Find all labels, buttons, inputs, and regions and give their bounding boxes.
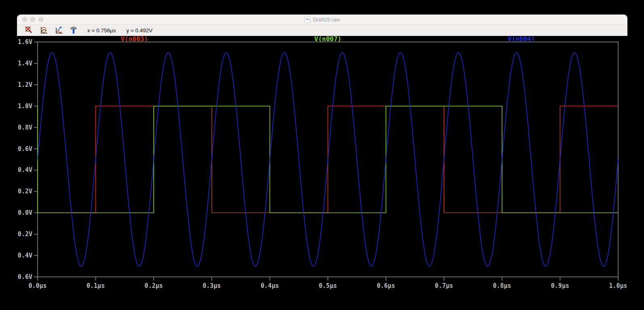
x-tick-label: 0.4µs — [261, 282, 279, 289]
trace-label-V(n004)[interactable]: V(n004) — [508, 36, 535, 43]
window-title: Draft29.raw — [312, 17, 340, 23]
titlebar: PS Draft29.raw — [17, 15, 627, 25]
autorange-icon — [54, 25, 63, 35]
x-tick-label: 0.8µs — [493, 282, 511, 289]
y-tick-label: 0.2V — [18, 188, 32, 195]
zoom-fit-button[interactable] — [38, 25, 49, 35]
desktop-background: { "window": { "title": "Draft29.raw", "p… — [0, 0, 644, 310]
x-tick-label: 0.0µs — [28, 282, 46, 289]
x-tick-label: 0.3µs — [203, 282, 221, 289]
title-group: PS Draft29.raw — [304, 16, 340, 23]
traffic-lights — [22, 17, 43, 22]
zoom-back-button[interactable] — [23, 25, 34, 35]
y-tick-label: 1.6V — [18, 38, 32, 46]
y-tick-label: 0.8V — [18, 124, 32, 131]
trace-label-V(n003)[interactable]: V(n003) — [121, 36, 148, 43]
close-button[interactable] — [22, 17, 27, 22]
x-tick-label: 0.5µs — [319, 282, 337, 289]
y-tick-label: 1.4V — [18, 60, 32, 67]
x-tick-label: 0.7µs — [435, 282, 453, 289]
zoom-back-icon — [24, 25, 34, 35]
cursor-y-readout: y = 0.492V — [126, 27, 152, 34]
document-proxy-icon: PS — [304, 16, 310, 23]
trace-V(n004) — [38, 53, 618, 266]
waveform-plot-canvas[interactable]: 1.6V1.4V1.2V1.0V0.8V0.6V0.4V0.2V0.0V-0.2… — [17, 36, 627, 300]
cursor-x-readout: x = 0.756µs — [87, 27, 116, 34]
hammer-icon — [69, 25, 78, 35]
waveform-viewer-window: PS Draft29.raw — [17, 15, 627, 300]
x-tick-label: 0.6µs — [377, 282, 395, 289]
toolbar: x = 0.756µs y = 0.492V — [17, 25, 627, 36]
minimize-button[interactable] — [30, 17, 35, 22]
y-tick-label: -0.2V — [17, 230, 32, 238]
trace-label-V(n007)[interactable]: V(n007) — [314, 36, 341, 43]
y-tick-label: 1.2V — [18, 81, 32, 88]
zoom-button[interactable] — [38, 17, 43, 22]
x-tick-label: 0.1µs — [87, 282, 105, 289]
waveform-plot[interactable]: 1.6V1.4V1.2V1.0V0.8V0.6V0.4V0.2V0.0V-0.2… — [17, 36, 627, 300]
cursor-readout: x = 0.756µs y = 0.492V — [87, 27, 152, 34]
control-panel-button[interactable] — [68, 25, 79, 35]
y-tick-label: 0.0V — [18, 209, 32, 216]
y-tick-label: 0.4V — [18, 166, 32, 174]
autorange-button[interactable] — [53, 25, 64, 35]
y-tick-label: 1.0V — [18, 103, 32, 110]
y-tick-label: -0.6V — [17, 273, 32, 281]
x-tick-label: 0.2µs — [145, 282, 163, 289]
y-tick-label: 0.6V — [18, 145, 32, 153]
y-tick-label: -0.4V — [17, 252, 32, 259]
x-tick-label: 0.9µs — [551, 282, 569, 289]
zoom-fit-icon — [39, 25, 49, 35]
x-tick-label: 1.0µs — [609, 282, 627, 289]
